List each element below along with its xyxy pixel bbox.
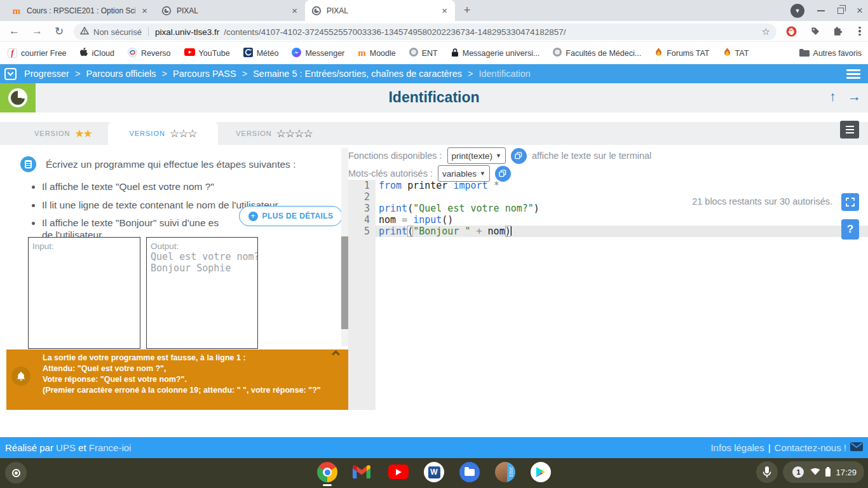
breadcrumb-item[interactable]: Parcours officiels	[86, 69, 156, 79]
breadcrumb-item[interactable]: Parcours PASS	[173, 69, 236, 79]
tag-extension-icon[interactable]	[810, 25, 821, 37]
bookmark-item[interactable]: Reverso	[128, 48, 171, 59]
version-tab[interactable]: VERSION☆☆☆	[108, 122, 218, 145]
task-doc-icon	[20, 156, 36, 172]
breadcrumb-item[interactable]: Semaine 5 : Entrées/sorties, chaînes de …	[253, 69, 462, 79]
code-line: from printer import *	[376, 180, 499, 191]
bookmark-item[interactable]: Facultés de Médeci...	[553, 48, 641, 59]
bookmark-item[interactable]: Météo	[243, 48, 279, 59]
code-editor[interactable]: 1from printer import *23print("Quel est …	[348, 180, 868, 237]
extensions-puzzle-icon[interactable]	[832, 25, 844, 37]
copy-keyword-button[interactable]	[495, 166, 511, 182]
breadcrumb-item[interactable]: Identification	[478, 69, 530, 79]
page-title: Identification	[0, 89, 868, 106]
forward-icon[interactable]: →	[32, 25, 43, 37]
task-intro: Écrivez un programme qui effectue les ét…	[46, 159, 295, 170]
browser-tab[interactable]: mCours : RPSCIE201 : Option Scie×	[5, 0, 155, 21]
minimize-icon[interactable]	[817, 10, 825, 11]
bookmark-label: YouTube	[199, 49, 230, 58]
globe-icon	[311, 6, 322, 16]
plus-icon: +	[248, 212, 258, 221]
bookmark-label: Reverso	[141, 49, 171, 58]
more-details-button[interactable]: + PLUS DE DÉTAILS	[239, 206, 342, 226]
restore-icon[interactable]	[837, 8, 844, 14]
profile-chevron-icon[interactable]: ▼	[790, 4, 804, 18]
battery-icon	[825, 468, 831, 477]
bookmark-label: Forums TAT	[667, 49, 709, 58]
bookmark-item[interactable]: ENT	[409, 48, 438, 59]
next-arrow-icon[interactable]: →	[848, 89, 861, 104]
bookmark-item[interactable]: Forums TAT	[654, 48, 709, 59]
close-window-icon[interactable]: ×	[857, 6, 863, 15]
code-row: 1from printer import *	[348, 180, 868, 191]
app-youtube-icon[interactable]	[388, 462, 409, 482]
app-profile-2021-icon[interactable]: 2021	[495, 462, 515, 482]
output-label: Output:	[151, 241, 254, 251]
app-word-icon[interactable]: W	[424, 462, 444, 482]
app-play-store-icon[interactable]	[531, 462, 551, 482]
version-tab[interactable]: VERSION★★	[18, 122, 108, 145]
breadcrumb-item[interactable]: Progresser	[24, 69, 69, 79]
bookmark-item[interactable]: Messagerie universi...	[451, 48, 540, 59]
launcher-button[interactable]	[5, 462, 27, 484]
version-tab[interactable]: VERSION☆☆☆☆	[218, 122, 330, 145]
functions-select[interactable]: print(texte)▼	[447, 147, 506, 164]
tab-close-icon[interactable]: ×	[440, 6, 449, 15]
contact-link[interactable]: Contactez-nous !	[775, 442, 846, 453]
browser-menu-icon[interactable]	[854, 25, 865, 37]
breadcrumb-separator: >	[162, 69, 167, 79]
test-input-box[interactable]: Input:	[28, 237, 140, 349]
bookmark-item[interactable]: Messenger	[292, 48, 344, 59]
exercise-menu-icon[interactable]	[840, 121, 859, 139]
bookmark-item[interactable]: fcourrier Free	[8, 48, 67, 59]
code-line: print("Bonjour " + nom)	[376, 226, 512, 237]
alert-line: (Premier caractère erroné à la colonne 1…	[43, 385, 339, 396]
bookmark-star-icon[interactable]: ☆	[762, 26, 770, 37]
tab-close-icon[interactable]: ×	[140, 6, 149, 15]
star-outline-icon: ☆☆☆	[170, 128, 197, 139]
back-icon[interactable]: ←	[9, 25, 20, 37]
adblock-icon[interactable]	[785, 25, 797, 37]
ups-link[interactable]: UPS	[56, 442, 76, 453]
new-tab-button[interactable]: +	[459, 2, 475, 18]
tab-close-icon[interactable]: ×	[290, 6, 299, 15]
microphone-icon[interactable]	[756, 461, 778, 483]
bookmark-label: TAT	[735, 49, 749, 58]
address-bar[interactable]: Non sécurisé pixal.univ-tlse3.fr /conten…	[74, 24, 776, 40]
app-files-icon[interactable]	[459, 462, 480, 482]
app-gmail-icon[interactable]	[353, 462, 373, 482]
bookmark-item[interactable]: mMoodle	[358, 48, 396, 59]
browser-tab[interactable]: PIXAL×	[305, 0, 455, 21]
bookmarks-list: fcourrier FreeiCloudReversoYouTubeMétéoM…	[8, 48, 749, 59]
reverso-icon	[128, 48, 137, 59]
bookmark-item[interactable]: TAT	[723, 48, 749, 59]
help-button[interactable]: ?	[841, 219, 859, 240]
footer-credits: Réalisé par UPS et France-ioi	[5, 442, 131, 453]
copy-function-button[interactable]	[511, 148, 527, 164]
hamburger-menu-icon[interactable]	[846, 69, 860, 79]
tab-title: PIXAL	[327, 6, 435, 15]
france-ioi-link[interactable]: France-ioi	[89, 442, 132, 453]
scroll-top-arrow-icon[interactable]: ↑	[829, 89, 836, 104]
other-bookmarks-label: Autres favoris	[813, 49, 862, 58]
bookmark-label: iCloud	[92, 49, 114, 58]
input-label: Input:	[32, 241, 136, 251]
status-tray[interactable]: 1 17:29	[783, 461, 864, 483]
notification-badge: 1	[792, 466, 804, 478]
reload-icon[interactable]: ↻	[55, 25, 64, 38]
fullscreen-button[interactable]	[841, 193, 859, 211]
breadcrumb-separator: >	[75, 69, 80, 79]
collapse-alert-icon[interactable]	[331, 350, 340, 356]
left-scrollbar-thumb[interactable]	[341, 236, 348, 329]
check-box-icon[interactable]	[4, 68, 17, 80]
other-bookmarks[interactable]: Autres favoris	[799, 48, 862, 58]
bookmark-label: Messenger	[305, 49, 344, 58]
version-tabs: VERSION★★VERSION☆☆☆VERSION☆☆☆☆	[18, 122, 330, 145]
app-chrome-icon[interactable]	[317, 462, 337, 482]
browser-tab[interactable]: PIXAL×	[155, 0, 305, 21]
legal-link[interactable]: Infos légales	[710, 442, 764, 453]
bookmark-item[interactable]: iCloud	[80, 48, 114, 59]
messenger-icon	[292, 48, 301, 59]
bookmark-item[interactable]: YouTube	[184, 48, 230, 59]
window-controls: ▼ ×	[790, 0, 863, 21]
